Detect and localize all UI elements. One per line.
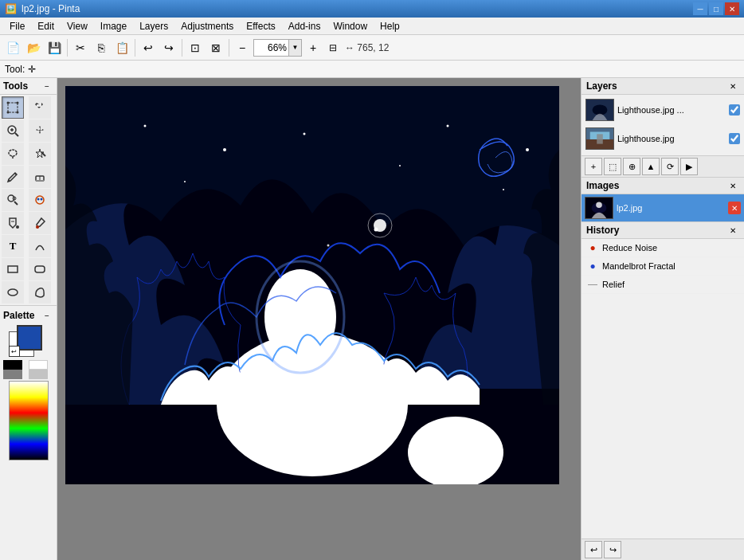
layer-visibility-1[interactable]	[729, 133, 740, 144]
menu-adjustments[interactable]: Adjustments	[174, 19, 240, 33]
main-canvas[interactable]	[65, 86, 559, 484]
history-label-1: Mandelbrot Fractal	[602, 261, 675, 271]
history-toolbar: ↩ ↪	[581, 538, 744, 560]
palette-color-white[interactable]	[29, 360, 48, 370]
palette-title: Palette	[3, 310, 34, 321]
menu-file[interactable]: File	[3, 19, 31, 33]
svg-marker-12	[36, 149, 44, 158]
layer-name-1: Lighthouse.jpg	[617, 134, 726, 143]
zoom-dropdown-button[interactable]: ▼	[289, 39, 302, 57]
tool-text[interactable]: T	[2, 235, 24, 257]
menu-help[interactable]: Help	[374, 19, 406, 33]
paste-button[interactable]: 📋	[112, 38, 131, 57]
window-controls: ─ □ ✕	[693, 2, 739, 15]
menu-addins[interactable]: Add-ins	[282, 19, 327, 33]
tools-panel-title: Tools	[3, 80, 28, 92]
flip-layer-button[interactable]: ⟳	[661, 158, 679, 175]
new-button[interactable]: 📄	[3, 38, 22, 57]
tool-select-rect[interactable]	[2, 96, 24, 119]
menu-view[interactable]: View	[61, 19, 94, 33]
save-button[interactable]: 💾	[45, 38, 64, 57]
layers-toolbar: + ⬚ ⊕ ▲ ⟳ ▶	[581, 155, 744, 177]
palette-color-gray[interactable]	[3, 370, 22, 379]
menu-window[interactable]: Window	[327, 19, 374, 33]
tools-panel: Tools −	[0, 78, 57, 560]
copy-button[interactable]: ⎘	[92, 38, 111, 57]
layers-panel-close[interactable]: ✕	[726, 80, 739, 92]
tool-pan[interactable]	[29, 119, 51, 142]
duplicate-layer-button[interactable]: ⬚	[604, 158, 621, 175]
tool-zoom[interactable]	[2, 119, 24, 142]
zoom-out-button[interactable]: −	[233, 38, 252, 57]
svg-point-18	[36, 196, 44, 204]
image-close-0[interactable]: ✕	[728, 202, 741, 214]
menu-image[interactable]: Image	[94, 19, 133, 33]
tool-clone[interactable]	[2, 189, 24, 211]
canvas-area[interactable]	[57, 78, 581, 560]
close-button[interactable]: ✕	[725, 2, 739, 15]
layer-visibility-0[interactable]	[729, 104, 740, 116]
deselect-button[interactable]: ⊠	[206, 38, 225, 57]
history-item-0[interactable]: ● Reduce Noise	[581, 239, 744, 257]
history-panel: History ✕ ● Reduce Noise ● Mandelbrot Fr…	[581, 222, 744, 560]
palette-color-black[interactable]	[3, 360, 22, 370]
right-panel: Layers ✕ Lighthouse.jpg ...	[581, 78, 744, 560]
app-icon: 🖼️	[5, 3, 17, 14]
zoom-input[interactable]	[253, 39, 289, 57]
add-layer-button[interactable]: +	[585, 158, 602, 175]
layer-item-0[interactable]: Lighthouse.jpg ...	[583, 96, 742, 123]
zoom-in-button[interactable]: +	[303, 38, 323, 57]
tool-rounded-rect[interactable]	[29, 258, 51, 280]
tool-ellipse[interactable]	[2, 281, 24, 303]
tools-grid: T	[0, 95, 57, 305]
layer-item-1[interactable]: Lighthouse.jpg	[583, 125, 742, 152]
svg-point-2	[17, 102, 19, 104]
tool-move[interactable]	[29, 96, 51, 119]
tool-recolor[interactable]	[29, 189, 51, 211]
menu-layers[interactable]: Layers	[133, 19, 174, 33]
reset-colors-button[interactable]: ↩	[9, 346, 20, 357]
maximize-button[interactable]: □	[709, 2, 723, 15]
history-icon-0: ●	[586, 241, 599, 254]
cut-button[interactable]: ✂	[71, 38, 90, 57]
merge-layer-button[interactable]: ⊕	[623, 158, 640, 175]
palette-collapse[interactable]: −	[41, 309, 53, 322]
tool-eraser[interactable]	[29, 166, 51, 188]
tool-magic-wand[interactable]	[29, 143, 51, 165]
tool-line[interactable]	[29, 235, 51, 257]
undo-button[interactable]: ↩	[139, 38, 158, 57]
minimize-button[interactable]: ─	[693, 2, 707, 15]
svg-rect-25	[35, 266, 45, 272]
foreground-color-swatch[interactable]	[17, 325, 42, 350]
history-panel-title: History	[586, 225, 619, 236]
redo-button[interactable]: ↪	[159, 38, 178, 57]
tool-lasso[interactable]	[2, 143, 24, 165]
tool-color-picker[interactable]	[29, 212, 51, 234]
history-item-1[interactable]: ● Mandelbrot Fractal	[581, 257, 744, 276]
svg-point-38	[503, 189, 504, 190]
layers-panel-header: Layers ✕	[581, 78, 744, 95]
tool-fill[interactable]	[2, 212, 24, 234]
open-button[interactable]: 📂	[24, 38, 43, 57]
image-item-0[interactable]: lp2.jpg ✕	[581, 194, 744, 221]
palette-color-lightgray[interactable]	[29, 370, 48, 379]
tool-freeform[interactable]	[29, 281, 51, 303]
history-panel-close[interactable]: ✕	[726, 224, 739, 237]
history-redo-button[interactable]: ↪	[604, 541, 621, 558]
history-item-2[interactable]: — Relief	[581, 276, 744, 294]
move-up-button[interactable]: ▲	[642, 158, 660, 175]
tools-panel-collapse[interactable]: −	[41, 80, 53, 92]
menu-effects[interactable]: Effects	[240, 19, 281, 33]
tool-pencil[interactable]	[2, 166, 24, 188]
svg-point-23	[36, 225, 39, 229]
tools-panel-header: Tools −	[0, 78, 57, 95]
delete-layer-button[interactable]: ▶	[680, 158, 698, 175]
tool-rect[interactable]	[2, 258, 24, 280]
separator-2	[135, 39, 135, 57]
images-panel-close[interactable]: ✕	[726, 179, 739, 192]
history-label-2: Relief	[602, 280, 625, 289]
color-gradient-bar[interactable]	[9, 381, 49, 460]
crop-button[interactable]: ⊡	[186, 38, 205, 57]
history-undo-button[interactable]: ↩	[585, 541, 602, 558]
menu-edit[interactable]: Edit	[31, 19, 61, 33]
